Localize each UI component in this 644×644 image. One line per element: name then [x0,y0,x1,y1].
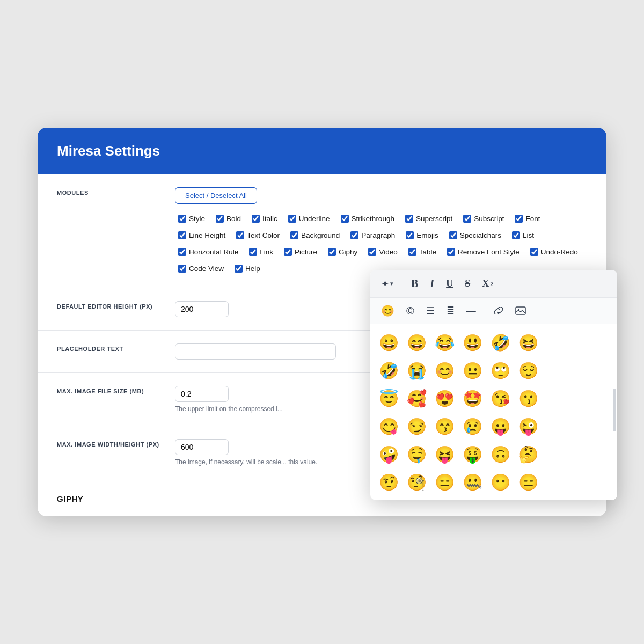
emoji-smirk[interactable]: 😏 [402,412,430,440]
emoji-cry[interactable]: 😢 [458,412,486,440]
emoji-money[interactable]: 🤑 [458,440,486,468]
emoji-heart-eyes[interactable]: 😍 [430,384,458,412]
emoji-upside-down[interactable]: 🙃 [486,440,514,468]
checkbox-codeview[interactable]: Code View [175,262,229,275]
placeholder-text-input[interactable] [175,343,336,360]
emoji-face-button[interactable]: 😊 [376,301,400,320]
max-image-size-label: MAX. IMAGE FILE SIZE (MB) [57,386,175,394]
emoji-no-mouth[interactable]: 😶 [486,468,514,496]
emoji-neutral[interactable]: 😐 [458,356,486,384]
checkbox-horizontalrule[interactable]: Horizontal Rule [175,246,244,258]
emoji-row-3: 😇 🥰 😍 🤩 😘 😗 [375,384,613,412]
superscript-button[interactable]: X2 [477,275,499,292]
checkbox-lineheight[interactable]: Line Height [175,229,231,241]
checkbox-textcolor[interactable]: Text Color [233,229,285,241]
checkbox-video[interactable]: Video [365,246,402,258]
editor-height-input[interactable] [175,301,229,317]
select-deselect-button[interactable]: Select / Deselect All [175,187,257,204]
link-icon [494,307,503,314]
emoji-kissing-heart[interactable]: 😘 [486,384,514,412]
emoji-relieved[interactable]: 😌 [514,356,542,384]
checkbox-help[interactable]: Help [231,262,266,275]
checkbox-link[interactable]: Link [246,246,279,258]
emoji-kissing[interactable]: 😗 [514,384,542,412]
emoji-kissing-smiling[interactable]: 😙 [430,412,458,440]
max-image-size-input[interactable] [175,386,229,402]
checkbox-font[interactable]: Font [511,213,545,225]
emoji-rolling[interactable]: 🤣 [375,356,402,384]
emoji-sob[interactable]: 😭 [402,356,430,384]
max-image-dimensions-input[interactable] [175,439,229,455]
wand-icon: ✦ [381,278,389,290]
checkboxes-grid: Style Bold Italic Underline Striketh [175,213,587,275]
outer-wrapper: Miresa Settings MODULES Select / Deselec… [38,128,606,516]
numbered-list-button[interactable]: ≣ [441,302,460,320]
checkbox-emojis[interactable]: Emojis [402,229,444,241]
italic-button[interactable]: I [425,274,440,293]
emoji-laughing[interactable]: 😆 [514,328,542,356]
emoji-expressionless[interactable]: 😑 [430,468,458,496]
emoji-innocent[interactable]: 😇 [375,384,402,412]
emoji-rolleyes[interactable]: 🙄 [486,356,514,384]
checkbox-italic[interactable]: Italic [248,213,283,225]
emoji-squinting-tongue[interactable]: 😝 [430,440,458,468]
max-image-dimensions-description: The image, if necessary, will be scale..… [175,458,390,466]
emoji-zany[interactable]: 🤪 [375,440,402,468]
placeholder-text-label: PLACEHOLDER TEXT [57,343,175,352]
checkbox-strikethrough[interactable]: Strikethrough [338,213,400,225]
checkbox-background[interactable]: Background [287,229,345,241]
emoji-monocle[interactable]: 🧐 [402,468,430,496]
emoji-hearts[interactable]: 🥰 [402,384,430,412]
checkbox-specialchars[interactable]: Specialchars [446,229,507,241]
checkbox-bold[interactable]: Bold [213,213,246,225]
emoji-joy[interactable]: 😂 [430,328,458,356]
settings-header: Miresa Settings [38,128,606,174]
emoji-smiley[interactable]: 😃 [458,328,486,356]
emoji-starstruck[interactable]: 🤩 [458,384,486,412]
modules-label: MODULES [57,187,175,196]
checkbox-paragraph[interactable]: Paragraph [347,229,400,241]
checkbox-undoredo[interactable]: Undo-Redo [527,246,583,258]
emoji-raised-eyebrow[interactable]: 🤨 [375,468,402,496]
emoji-zipper[interactable]: 🤐 [458,468,486,496]
emoji-grid-wrapper: 😀 😄 😂 😃 🤣 😆 🤣 😭 😊 😐 🙄 😌 😇 [370,324,617,500]
emoji-drool[interactable]: 🤤 [402,440,430,468]
modules-content: Select / Deselect All Style Bold Italic [175,187,587,275]
checkbox-picture[interactable]: Picture [281,246,323,258]
emoji-scrollbar[interactable] [613,389,616,431]
emoji-grinning[interactable]: 😀 [375,328,402,356]
emoji-thinking[interactable]: 🤔 [514,440,542,468]
emoji-dash[interactable]: 😑 [514,468,542,496]
link-button[interactable] [488,304,509,318]
checkbox-table[interactable]: Table [405,246,442,258]
horizontal-rule-button[interactable]: — [461,302,481,320]
emoji-blush[interactable]: 😊 [430,356,458,384]
checkbox-superscript[interactable]: Superscript [402,213,458,225]
strikethrough-button[interactable]: S [459,275,475,292]
checkbox-underline[interactable]: Underline [285,213,335,225]
bullet-list-button[interactable]: ☰ [421,302,440,320]
image-icon [515,306,526,315]
checkbox-subscript[interactable]: Subscript [460,213,509,225]
copyright-button[interactable]: © [401,302,420,320]
emoji-grin[interactable]: 😄 [402,328,430,356]
editor-height-label: DEFAULT EDITOR HEIGHT (PX) [57,301,175,310]
emoji-wink-tongue[interactable]: 😜 [514,412,542,440]
checkbox-list[interactable]: List [509,229,539,241]
max-image-size-description: The upper limit on the compressed i... [175,405,390,413]
emoji-row-4: 😋 😏 😙 😢 😛 😜 [375,412,613,440]
emoji-rofl[interactable]: 🤣 [486,328,514,356]
underline-button[interactable]: U [441,275,458,292]
checkbox-removefontstyle[interactable]: Remove Font Style [444,246,525,258]
toolbar-divider-2 [485,303,485,318]
bold-button[interactable]: B [406,274,423,293]
checkbox-style[interactable]: Style [175,213,210,225]
style-dropdown-btn[interactable]: ✦ ▾ [376,275,399,293]
emoji-toolbar: ✦ ▾ B I U S X2 [370,270,617,298]
emoji-row-5: 🤪 🤤 😝 🤑 🙃 🤔 [375,440,613,468]
image-button[interactable] [510,303,531,318]
emoji-yum[interactable]: 😋 [375,412,402,440]
checkbox-giphy[interactable]: Giphy [325,246,363,258]
emoji-grid: 😀 😄 😂 😃 🤣 😆 🤣 😭 😊 😐 🙄 😌 😇 [370,324,617,500]
emoji-stuck-out[interactable]: 😛 [486,412,514,440]
